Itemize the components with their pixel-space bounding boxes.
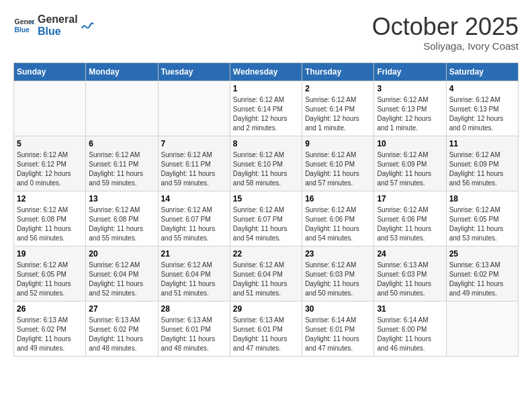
- calendar-week-row: 5Sunrise: 6:12 AM Sunset: 6:12 PM Daylig…: [14, 136, 519, 191]
- day-number: 11: [449, 139, 515, 148]
- calendar-cell: [446, 301, 518, 356]
- calendar-cell: 16Sunrise: 6:12 AM Sunset: 6:06 PM Dayli…: [302, 191, 374, 246]
- day-number: 30: [305, 304, 371, 314]
- day-number: 6: [89, 139, 154, 148]
- calendar-cell: 18Sunrise: 6:12 AM Sunset: 6:05 PM Dayli…: [446, 191, 518, 246]
- calendar-cell: 28Sunrise: 6:13 AM Sunset: 6:01 PM Dayli…: [158, 301, 230, 356]
- calendar-cell: 13Sunrise: 6:12 AM Sunset: 6:08 PM Dayli…: [86, 191, 158, 246]
- day-number: 12: [17, 194, 83, 203]
- day-header-friday: Friday: [374, 62, 446, 81]
- day-number: 24: [377, 249, 443, 259]
- calendar-cell: 6Sunrise: 6:12 AM Sunset: 6:11 PM Daylig…: [86, 136, 158, 191]
- calendar-cell: [14, 81, 86, 136]
- day-info: Sunrise: 6:12 AM Sunset: 6:09 PM Dayligh…: [377, 150, 443, 188]
- day-info: Sunrise: 6:12 AM Sunset: 6:07 PM Dayligh…: [233, 205, 299, 243]
- day-info: Sunrise: 6:12 AM Sunset: 6:04 PM Dayligh…: [161, 261, 227, 298]
- calendar-week-row: 19Sunrise: 6:12 AM Sunset: 6:05 PM Dayli…: [14, 246, 519, 301]
- day-number: 27: [89, 304, 154, 314]
- day-number: 15: [233, 194, 299, 203]
- calendar-cell: 5Sunrise: 6:12 AM Sunset: 6:12 PM Daylig…: [14, 136, 86, 191]
- calendar-cell: 2Sunrise: 6:12 AM Sunset: 6:14 PM Daylig…: [302, 81, 374, 136]
- day-info: Sunrise: 6:13 AM Sunset: 6:02 PM Dayligh…: [89, 316, 154, 353]
- month-title: October 2025: [372, 13, 519, 40]
- day-number: 28: [161, 304, 227, 314]
- day-info: Sunrise: 6:12 AM Sunset: 6:04 PM Dayligh…: [89, 261, 154, 298]
- day-info: Sunrise: 6:12 AM Sunset: 6:10 PM Dayligh…: [233, 150, 299, 188]
- calendar-week-row: 26Sunrise: 6:13 AM Sunset: 6:02 PM Dayli…: [14, 301, 519, 356]
- day-number: 1: [233, 84, 299, 93]
- calendar-cell: 23Sunrise: 6:12 AM Sunset: 6:03 PM Dayli…: [302, 246, 374, 301]
- day-info: Sunrise: 6:12 AM Sunset: 6:05 PM Dayligh…: [17, 261, 83, 298]
- day-header-sunday: Sunday: [14, 62, 86, 81]
- day-info: Sunrise: 6:12 AM Sunset: 6:04 PM Dayligh…: [233, 261, 299, 298]
- day-info: Sunrise: 6:12 AM Sunset: 6:11 PM Dayligh…: [89, 150, 154, 188]
- calendar-cell: 27Sunrise: 6:13 AM Sunset: 6:02 PM Dayli…: [86, 301, 158, 356]
- day-info: Sunrise: 6:14 AM Sunset: 6:00 PM Dayligh…: [377, 316, 443, 353]
- calendar-week-row: 1Sunrise: 6:12 AM Sunset: 6:14 PM Daylig…: [14, 81, 519, 136]
- day-header-saturday: Saturday: [446, 62, 518, 81]
- day-header-thursday: Thursday: [302, 62, 374, 81]
- day-info: Sunrise: 6:12 AM Sunset: 6:09 PM Dayligh…: [449, 150, 515, 188]
- calendar-cell: 25Sunrise: 6:13 AM Sunset: 6:02 PM Dayli…: [446, 246, 518, 301]
- day-number: 20: [89, 249, 154, 259]
- calendar-cell: 12Sunrise: 6:12 AM Sunset: 6:08 PM Dayli…: [14, 191, 86, 246]
- day-header-wednesday: Wednesday: [230, 62, 302, 81]
- calendar-cell: [158, 81, 230, 136]
- day-number: 9: [305, 139, 371, 148]
- day-number: 17: [377, 194, 443, 203]
- day-number: 14: [161, 194, 227, 203]
- day-number: 21: [161, 249, 227, 259]
- day-number: 26: [17, 304, 83, 314]
- day-info: Sunrise: 6:13 AM Sunset: 6:03 PM Dayligh…: [377, 261, 443, 298]
- day-header-monday: Monday: [86, 62, 158, 81]
- day-info: Sunrise: 6:12 AM Sunset: 6:08 PM Dayligh…: [89, 205, 154, 243]
- calendar-table: SundayMondayTuesdayWednesdayThursdayFrid…: [13, 62, 519, 357]
- calendar-cell: 22Sunrise: 6:12 AM Sunset: 6:04 PM Dayli…: [230, 246, 302, 301]
- day-number: 5: [17, 139, 83, 148]
- calendar-cell: 9Sunrise: 6:12 AM Sunset: 6:10 PM Daylig…: [302, 136, 374, 191]
- day-info: Sunrise: 6:12 AM Sunset: 6:13 PM Dayligh…: [449, 95, 515, 133]
- calendar-cell: 20Sunrise: 6:12 AM Sunset: 6:04 PM Dayli…: [86, 246, 158, 301]
- day-number: 19: [17, 249, 83, 259]
- day-number: 3: [377, 84, 443, 93]
- day-info: Sunrise: 6:13 AM Sunset: 6:01 PM Dayligh…: [161, 316, 227, 353]
- logo-icon: General Blue: [13, 15, 35, 36]
- day-number: 31: [377, 304, 443, 314]
- day-info: Sunrise: 6:13 AM Sunset: 6:01 PM Dayligh…: [233, 316, 299, 353]
- calendar-cell: 4Sunrise: 6:12 AM Sunset: 6:13 PM Daylig…: [446, 81, 518, 136]
- day-number: 8: [233, 139, 299, 148]
- day-info: Sunrise: 6:12 AM Sunset: 6:12 PM Dayligh…: [17, 150, 83, 188]
- calendar-cell: 31Sunrise: 6:14 AM Sunset: 6:00 PM Dayli…: [374, 301, 446, 356]
- day-number: 7: [161, 139, 227, 148]
- page-header: General Blue General Blue October 2025 S…: [13, 13, 519, 52]
- logo-general: General: [38, 13, 78, 26]
- calendar-title-block: October 2025 Soliyaga, Ivory Coast: [372, 13, 519, 52]
- calendar-cell: 15Sunrise: 6:12 AM Sunset: 6:07 PM Dayli…: [230, 191, 302, 246]
- day-info: Sunrise: 6:12 AM Sunset: 6:10 PM Dayligh…: [305, 150, 371, 188]
- calendar-cell: 7Sunrise: 6:12 AM Sunset: 6:11 PM Daylig…: [158, 136, 230, 191]
- day-info: Sunrise: 6:12 AM Sunset: 6:06 PM Dayligh…: [377, 205, 443, 243]
- day-header-tuesday: Tuesday: [158, 62, 230, 81]
- day-number: 16: [305, 194, 371, 203]
- calendar-cell: 26Sunrise: 6:13 AM Sunset: 6:02 PM Dayli…: [14, 301, 86, 356]
- day-number: 4: [449, 84, 515, 93]
- calendar-cell: 24Sunrise: 6:13 AM Sunset: 6:03 PM Dayli…: [374, 246, 446, 301]
- day-number: 23: [305, 249, 371, 259]
- day-info: Sunrise: 6:13 AM Sunset: 6:02 PM Dayligh…: [17, 316, 83, 353]
- svg-text:Blue: Blue: [15, 26, 30, 33]
- day-number: 10: [377, 139, 443, 148]
- day-info: Sunrise: 6:12 AM Sunset: 6:14 PM Dayligh…: [305, 95, 371, 133]
- calendar-cell: 29Sunrise: 6:13 AM Sunset: 6:01 PM Dayli…: [230, 301, 302, 356]
- day-number: 25: [449, 249, 515, 259]
- logo: General Blue General Blue: [13, 13, 94, 37]
- calendar-cell: 11Sunrise: 6:12 AM Sunset: 6:09 PM Dayli…: [446, 136, 518, 191]
- calendar-cell: [86, 81, 158, 136]
- calendar-cell: 30Sunrise: 6:14 AM Sunset: 6:01 PM Dayli…: [302, 301, 374, 356]
- calendar-week-row: 12Sunrise: 6:12 AM Sunset: 6:08 PM Dayli…: [14, 191, 519, 246]
- calendar-cell: 3Sunrise: 6:12 AM Sunset: 6:13 PM Daylig…: [374, 81, 446, 136]
- calendar-cell: 1Sunrise: 6:12 AM Sunset: 6:14 PM Daylig…: [230, 81, 302, 136]
- logo-wave-icon: [81, 19, 94, 32]
- day-number: 18: [449, 194, 515, 203]
- day-info: Sunrise: 6:12 AM Sunset: 6:03 PM Dayligh…: [305, 261, 371, 298]
- day-info: Sunrise: 6:14 AM Sunset: 6:01 PM Dayligh…: [305, 316, 371, 353]
